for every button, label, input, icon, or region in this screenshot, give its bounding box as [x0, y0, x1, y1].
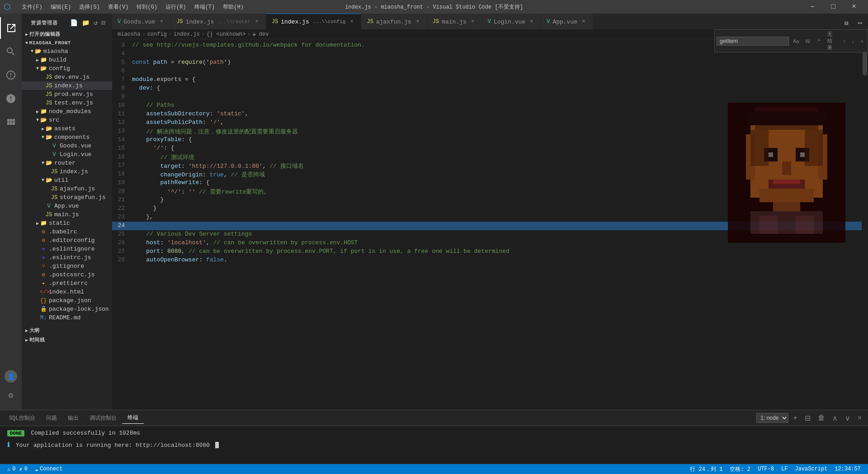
terminal-select[interactable]: 1: node: [756, 413, 788, 423]
folder-node-modules[interactable]: ▶ 📁 node_modules: [22, 107, 112, 116]
file-prod-env-js[interactable]: ▶ JS prod.env.js: [22, 90, 112, 99]
breadcrumb-miaosha[interactable]: miaosha: [118, 31, 140, 38]
folder-components[interactable]: ▼ 📂 components: [22, 133, 112, 142]
tab-close-app[interactable]: ×: [580, 18, 587, 25]
collapse-panel-button[interactable]: ∧: [830, 413, 840, 423]
menu-item-h[interactable]: 帮助(H): [219, 1, 247, 13]
file-gitignore[interactable]: ▶ ⑂ .gitignore: [22, 262, 112, 270]
menu-item-r[interactable]: 运行(R): [162, 1, 190, 13]
folder-config[interactable]: ▼ 📂 config: [22, 64, 112, 73]
tab-goods-vue[interactable]: V Goods.vue ×: [112, 14, 171, 29]
file-eslintrc[interactable]: ▶ ● .eslintrc.js: [22, 253, 112, 262]
minimize-button[interactable]: –: [802, 0, 823, 14]
file-goods-vue[interactable]: ▶ V Goods.vue: [22, 142, 112, 150]
tab-close-index-config[interactable]: ×: [348, 18, 355, 25]
split-editor-button[interactable]: ⊟: [840, 17, 853, 29]
status-connect[interactable]: ☁ Connect: [31, 464, 66, 474]
file-dev-env-js[interactable]: ▶ JS dev.env.js: [22, 73, 112, 81]
code-editor[interactable]: 3 // see http://vuejs-templates.github.i…: [112, 39, 868, 410]
tab-app-vue[interactable]: V App.vue ×: [541, 14, 593, 29]
project-section[interactable]: ▼ MIAOSHA_FRONT: [22, 39, 112, 47]
tab-close-index-router[interactable]: ×: [253, 18, 260, 25]
file-editorconfig[interactable]: ▶ ⚙ .editorconfig: [22, 236, 112, 245]
terminal-tab-sql[interactable]: SQL控制台: [4, 412, 41, 424]
file-index-js-router[interactable]: ▶ JS index.js: [22, 167, 112, 176]
settings-icon[interactable]: ⚙: [0, 384, 22, 406]
status-position[interactable]: 行 24，列 1: [686, 464, 726, 474]
breadcrumb-dev[interactable]: ⬙ dev: [252, 31, 269, 38]
breadcrumb-config[interactable]: config: [147, 31, 167, 38]
file-storagefun-js[interactable]: ▶ JS storagefun.js: [22, 193, 112, 202]
tab-close-main[interactable]: ×: [469, 18, 476, 25]
file-app-vue[interactable]: ▶ V App.vue: [22, 202, 112, 210]
status-spaces[interactable]: 空格: 2: [726, 464, 754, 474]
activity-source-control[interactable]: [0, 64, 22, 86]
tab-login-vue[interactable]: V Login.vue ×: [482, 14, 541, 29]
timeline-section[interactable]: ▶ 时间线: [22, 335, 112, 345]
editor-scrollbar-thumb[interactable]: [863, 48, 867, 76]
file-babelrc[interactable]: ▶ ⚙ .babelrc: [22, 228, 112, 236]
status-language[interactable]: JavaScript: [791, 464, 831, 474]
file-ajaxfun-js[interactable]: ▶ JS ajaxfun.js: [22, 185, 112, 193]
more-actions-button[interactable]: ⋯: [854, 17, 866, 29]
folder-util[interactable]: ▼ 📂 util: [22, 176, 112, 185]
folder-static[interactable]: ▶ 📁 static: [22, 219, 112, 228]
breadcrumb-unknown[interactable]: {} <unknown>: [207, 31, 245, 38]
tab-main-js[interactable]: JS main.js ×: [427, 14, 482, 29]
folder-src[interactable]: ▼ 📂 src: [22, 116, 112, 124]
find-next-button[interactable]: ↓: [849, 38, 857, 45]
tab-ajaxfun-js[interactable]: JS ajaxfun.js ×: [361, 14, 427, 29]
find-close-button[interactable]: ×: [859, 38, 866, 45]
tab-close-ajaxfun[interactable]: ×: [414, 18, 421, 25]
find-input[interactable]: [717, 37, 789, 46]
activity-debug[interactable]: [0, 88, 22, 109]
file-readme[interactable]: ▶ M↓ README.md: [22, 313, 112, 322]
split-terminal-button[interactable]: ⊟: [802, 413, 813, 423]
file-eslintignore[interactable]: ▶ ● .eslintignore: [22, 245, 112, 253]
breadcrumb-indexjs[interactable]: index.js: [174, 31, 200, 38]
tab-index-js-config[interactable]: JS index.js ...\\config ×: [266, 14, 361, 29]
menu-item-f[interactable]: 文件(F): [18, 1, 46, 13]
open-editors-section[interactable]: ▶ 打开的编辑器: [22, 29, 112, 39]
folder-build[interactable]: ▶ 📁 build: [22, 56, 112, 64]
file-test-env-js[interactable]: ▶ JS test.env.js: [22, 99, 112, 107]
file-index-js-config[interactable]: ▶ JS index.js: [22, 81, 112, 90]
find-prev-button[interactable]: ↑: [841, 38, 848, 45]
find-regex[interactable]: .*: [814, 38, 822, 45]
editor-scrollbar[interactable]: [862, 39, 868, 410]
kill-terminal-button[interactable]: 🗑: [815, 413, 828, 423]
new-file-icon[interactable]: 📄: [69, 18, 79, 28]
folder-miaosha[interactable]: ▼ 📂 miaosha: [22, 47, 112, 56]
file-package-json[interactable]: ▶ {} package.json: [22, 296, 112, 305]
find-whole-word[interactable]: W: [803, 38, 812, 45]
collapse-all-icon[interactable]: ⊟: [101, 18, 107, 28]
tab-index-js-router[interactable]: JS index.js ...\\router ×: [171, 14, 266, 29]
find-match-case[interactable]: Aa: [791, 38, 801, 45]
file-prettierrc[interactable]: ▶ ✦ .prettierrc: [22, 279, 112, 288]
new-terminal-button[interactable]: +: [790, 413, 800, 423]
maximize-panel-button[interactable]: ∨: [842, 413, 853, 423]
close-panel-button[interactable]: ×: [855, 413, 864, 423]
terminal-tab-terminal[interactable]: 终端: [122, 412, 144, 424]
file-postcssrc[interactable]: ▶ ⚙ .postcssrc.js: [22, 270, 112, 279]
file-login-vue-comp[interactable]: ▶ V Login.vue: [22, 150, 112, 159]
tab-close-login[interactable]: ×: [528, 18, 535, 25]
menu-item-e[interactable]: 编辑(E): [47, 1, 75, 13]
menu-item-g[interactable]: 转到(G): [133, 1, 161, 13]
maximize-button[interactable]: □: [823, 0, 844, 14]
file-package-lock-json[interactable]: ▶ 🔒 package-lock.json: [22, 305, 112, 313]
folder-router[interactable]: ▼ 📂 router: [22, 159, 112, 167]
file-main-js[interactable]: ▶ JS main.js: [22, 210, 112, 219]
user-avatar[interactable]: 👤: [5, 370, 17, 383]
activity-extensions[interactable]: [0, 111, 22, 133]
menu-item-s[interactable]: 选择(S): [75, 1, 104, 13]
menu-item-v[interactable]: 查看(V): [104, 1, 132, 13]
activity-explorer[interactable]: [0, 17, 22, 39]
tab-close-goods-vue[interactable]: ×: [158, 18, 165, 25]
terminal-tab-output[interactable]: 输出: [62, 412, 84, 424]
status-encoding[interactable]: UTF-8: [754, 464, 778, 474]
terminal-tab-problems[interactable]: 问题: [41, 412, 62, 424]
status-eol[interactable]: LF: [778, 464, 791, 474]
file-index-html[interactable]: ▶ </> index.html: [22, 288, 112, 296]
new-folder-icon[interactable]: 📁: [81, 18, 91, 28]
